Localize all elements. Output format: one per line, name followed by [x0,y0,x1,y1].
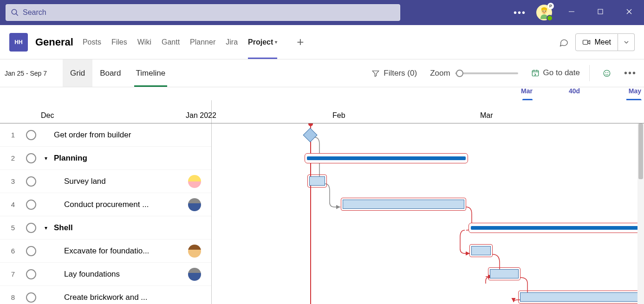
task-row[interactable]: 3 Survey land [0,170,211,193]
timeline-month-header: Dec Jan 2022 Feb Mar [0,100,644,123]
task-name[interactable]: Survey land [54,177,188,186]
assignee-avatar[interactable] [188,198,201,211]
task-bar-outline[interactable] [341,198,466,211]
task-row[interactable]: 1 Get order from builder [0,123,211,147]
timeline-body: 1 Get order from builder 2 ▾ Planning 3 … [0,123,644,304]
tab-wiki[interactable]: Wiki [137,25,151,59]
row-number: 5 [0,224,26,232]
filter-icon [371,69,380,78]
svg-point-14 [604,70,610,77]
meet-dropdown-button[interactable] [618,33,635,51]
complete-toggle[interactable] [26,269,36,279]
svg-rect-9 [583,40,588,44]
meet-button[interactable]: Meet [575,33,618,51]
complete-toggle[interactable] [26,176,36,187]
channel-header: HH General Posts Files Wiki Gantt Planne… [0,25,644,59]
task-row[interactable]: 6 Excavate for foundatio... [0,239,211,263]
search-input[interactable]: Search [6,4,400,21]
zoom-label: Zoom [430,69,450,78]
meet-button-group: Meet [575,33,635,51]
go-to-date-button[interactable]: Go to date [531,65,590,81]
complete-toggle[interactable] [26,153,36,163]
complete-toggle[interactable] [26,223,36,233]
channel-name: General [35,36,73,48]
collapse-toggle[interactable]: ▾ [45,225,52,231]
zoom-slider[interactable] [455,72,518,74]
toolbar-more-button[interactable]: ••• [624,68,639,78]
feedback-smiley-icon[interactable] [603,69,611,78]
view-grid-tab[interactable]: Grid [63,59,92,87]
zoom-control: Zoom [430,69,518,78]
window-minimize-button[interactable] [562,8,581,17]
svg-point-0 [12,9,17,14]
task-name[interactable]: Excavate for foundatio... [54,246,188,256]
row-number: 7 [0,270,26,278]
task-name[interactable]: Create brickwork and ... [54,293,211,302]
svg-rect-6 [598,9,603,14]
user-avatar[interactable]: P [536,5,552,20]
task-row[interactable]: 5 ▾ Shell [0,216,211,239]
window-maximize-button[interactable] [591,8,610,17]
calendar-goto-icon [531,69,540,77]
collapse-toggle[interactable]: ▾ [45,155,52,162]
avatar-badge: P [547,3,554,9]
tab-project[interactable]: Project ▾ [248,25,277,59]
summary-bar[interactable] [305,153,468,163]
row-number: 4 [0,201,26,208]
search-icon [11,8,19,17]
chevron-down-icon: ▾ [275,39,277,45]
task-bar-outline[interactable] [488,267,520,280]
svg-point-4 [545,11,546,12]
vertical-scrollbar[interactable] [637,123,644,304]
complete-toggle[interactable] [26,292,36,303]
view-board-tab[interactable]: Board [92,59,128,87]
month-label: Mar [480,111,493,120]
task-row[interactable]: 4 Conduct procurement ... [0,193,211,216]
window-close-button[interactable] [620,8,638,17]
task-row[interactable]: 2 ▾ Planning [0,147,211,170]
team-avatar[interactable]: HH [9,33,28,52]
complete-toggle[interactable] [26,130,36,140]
mini-ruler-duration: 40d [569,87,580,95]
view-timeline-tab[interactable]: Timeline [129,59,173,87]
tab-gantt[interactable]: Gantt [162,25,180,59]
tab-planner[interactable]: Planner [190,25,215,59]
task-name[interactable]: Get order from builder [54,130,211,140]
add-tab-button[interactable]: + [297,35,304,49]
zoom-slider-thumb[interactable] [456,70,463,77]
task-row[interactable]: 8 Create brickwork and ... [0,286,211,304]
task-name[interactable]: Planning [54,154,211,163]
assignee-avatar[interactable] [188,245,201,258]
tab-files[interactable]: Files [111,25,127,59]
task-bar-outline[interactable] [307,175,327,188]
svg-point-15 [605,72,606,73]
mini-ruler-end: May [629,87,641,95]
scrollbar-thumb[interactable] [638,123,643,179]
titlebar: Search ••• P [0,0,644,25]
conversation-icon[interactable] [559,37,569,47]
task-bar-outline[interactable] [518,291,644,304]
task-name[interactable]: Conduct procurement ... [54,200,188,209]
month-label: Feb [332,111,345,120]
tab-jira[interactable]: Jira [226,25,238,59]
presence-available-icon [546,15,553,21]
month-label: Dec [41,111,54,120]
assignee-avatar[interactable] [188,268,201,281]
chevron-down-icon [624,40,629,45]
task-name[interactable]: Shell [54,223,211,233]
month-label: Jan 2022 [186,111,216,120]
task-bar-outline[interactable] [469,244,493,257]
assignee-avatar[interactable] [188,175,201,188]
complete-toggle[interactable] [26,246,36,256]
tab-posts[interactable]: Posts [83,25,101,59]
task-row[interactable]: 7 Lay foundations [0,263,211,286]
task-name[interactable]: Lay foundations [54,270,188,279]
gantt-chart-area[interactable] [212,123,644,304]
titlebar-more-button[interactable]: ••• [514,7,526,18]
summary-bar[interactable] [468,223,644,233]
filters-button[interactable]: Filters (0) [371,69,417,78]
milestone-bar[interactable] [303,128,317,142]
date-range-label: Jan 25 - Sep 7 [0,70,63,77]
svg-point-3 [543,11,544,12]
complete-toggle[interactable] [26,200,36,210]
